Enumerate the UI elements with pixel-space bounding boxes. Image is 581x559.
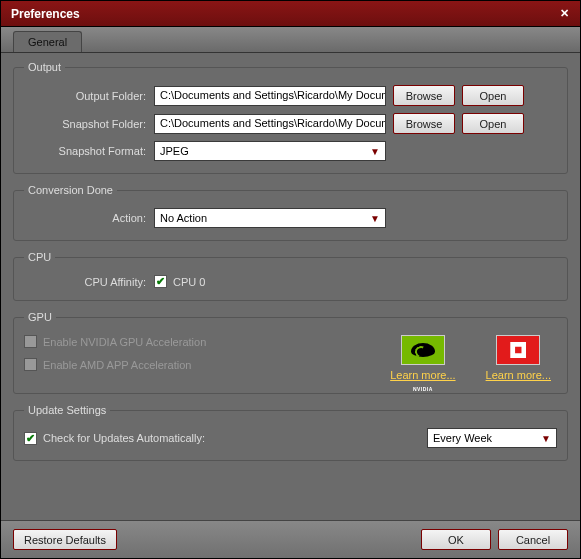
update-frequency-value: Every Week xyxy=(433,432,492,444)
snapshot-format-value: JPEG xyxy=(160,145,189,157)
footer: Restore Defaults OK Cancel xyxy=(1,520,580,558)
group-conversion-done: Conversion Done Action: No Action ▼ xyxy=(13,184,568,241)
amd-checkbox xyxy=(24,358,37,371)
output-folder-input[interactable]: C:\Documents and Settings\Ricardo\My Doc… xyxy=(154,86,386,106)
cpu0-checkbox[interactable]: ✔ xyxy=(154,275,167,288)
check-updates-checkbox[interactable]: ✔ xyxy=(24,432,37,445)
ok-button[interactable]: OK xyxy=(421,529,491,550)
row-nvidia: Enable NVIDIA GPU Acceleration xyxy=(24,335,390,348)
checkmark-icon: ✔ xyxy=(26,433,35,444)
nvidia-checkbox xyxy=(24,335,37,348)
chevron-down-icon: ▼ xyxy=(541,433,551,444)
conversion-action-value: No Action xyxy=(160,212,207,224)
close-icon: ✕ xyxy=(560,7,569,20)
window-title: Preferences xyxy=(11,7,554,21)
gpu-checks: Enable NVIDIA GPU Acceleration Enable AM… xyxy=(24,335,390,381)
conversion-action-label: Action: xyxy=(24,212,154,224)
group-cpu-legend: CPU xyxy=(24,251,55,263)
amd-label: Enable AMD APP Acceleration xyxy=(43,359,191,371)
nvidia-learn-more-link[interactable]: Learn more... xyxy=(390,369,455,381)
check-updates-label[interactable]: Check for Updates Automatically: xyxy=(43,432,205,444)
close-button[interactable]: ✕ xyxy=(554,5,574,23)
row-update: ✔ Check for Updates Automatically: Every… xyxy=(24,428,557,448)
update-frequency-dropdown[interactable]: Every Week ▼ xyxy=(427,428,557,448)
row-snapshot-format: Snapshot Format: JPEG ▼ xyxy=(24,141,557,161)
group-cpu: CPU CPU Affinity: ✔ CPU 0 xyxy=(13,251,568,301)
snapshot-folder-label: Snapshot Folder: xyxy=(24,118,154,130)
snapshot-folder-open-button[interactable]: Open xyxy=(462,113,524,134)
cancel-button[interactable]: Cancel xyxy=(498,529,568,550)
snapshot-format-dropdown[interactable]: JPEG ▼ xyxy=(154,141,386,161)
preferences-window: Preferences ✕ General Output Output Fold… xyxy=(0,0,581,559)
amd-col: Learn more... xyxy=(486,335,551,381)
cpu-affinity-label: CPU Affinity: xyxy=(24,276,154,288)
titlebar: Preferences ✕ xyxy=(1,1,580,27)
amd-logo-icon xyxy=(496,335,540,365)
row-conversion-action: Action: No Action ▼ xyxy=(24,208,557,228)
tab-bar: General xyxy=(1,27,580,53)
group-output-legend: Output xyxy=(24,61,65,73)
update-left: ✔ Check for Updates Automatically: xyxy=(24,432,427,445)
tab-general[interactable]: General xyxy=(13,31,82,52)
output-folder-open-button[interactable]: Open xyxy=(462,85,524,106)
row-cpu-affinity: CPU Affinity: ✔ CPU 0 xyxy=(24,275,557,288)
row-snapshot-folder: Snapshot Folder: C:\Documents and Settin… xyxy=(24,113,557,134)
chevron-down-icon: ▼ xyxy=(370,146,380,157)
conversion-action-dropdown[interactable]: No Action ▼ xyxy=(154,208,386,228)
output-folder-browse-button[interactable]: Browse xyxy=(393,85,455,106)
snapshot-folder-input[interactable]: C:\Documents and Settings\Ricardo\My Doc… xyxy=(154,114,386,134)
content-panel: Output Output Folder: C:\Documents and S… xyxy=(1,53,580,520)
nvidia-label: Enable NVIDIA GPU Acceleration xyxy=(43,336,206,348)
group-update-legend: Update Settings xyxy=(24,404,110,416)
nvidia-logo-icon: NVIDIA xyxy=(401,335,445,365)
row-output-folder: Output Folder: C:\Documents and Settings… xyxy=(24,85,557,106)
snapshot-format-label: Snapshot Format: xyxy=(24,145,154,157)
gpu-row: Enable NVIDIA GPU Acceleration Enable AM… xyxy=(24,335,557,381)
snapshot-folder-browse-button[interactable]: Browse xyxy=(393,113,455,134)
group-conversion-legend: Conversion Done xyxy=(24,184,117,196)
gpu-logos: NVIDIA Learn more... Learn more... xyxy=(390,335,557,381)
checkmark-icon: ✔ xyxy=(156,276,165,287)
restore-defaults-button[interactable]: Restore Defaults xyxy=(13,529,117,550)
row-amd: Enable AMD APP Acceleration xyxy=(24,358,390,371)
output-folder-label: Output Folder: xyxy=(24,90,154,102)
group-gpu-legend: GPU xyxy=(24,311,56,323)
cpu0-label[interactable]: CPU 0 xyxy=(173,276,205,288)
amd-learn-more-link[interactable]: Learn more... xyxy=(486,369,551,381)
chevron-down-icon: ▼ xyxy=(370,213,380,224)
group-output: Output Output Folder: C:\Documents and S… xyxy=(13,61,568,174)
group-update-settings: Update Settings ✔ Check for Updates Auto… xyxy=(13,404,568,461)
nvidia-col: NVIDIA Learn more... xyxy=(390,335,455,381)
group-gpu: GPU Enable NVIDIA GPU Acceleration Enabl… xyxy=(13,311,568,394)
